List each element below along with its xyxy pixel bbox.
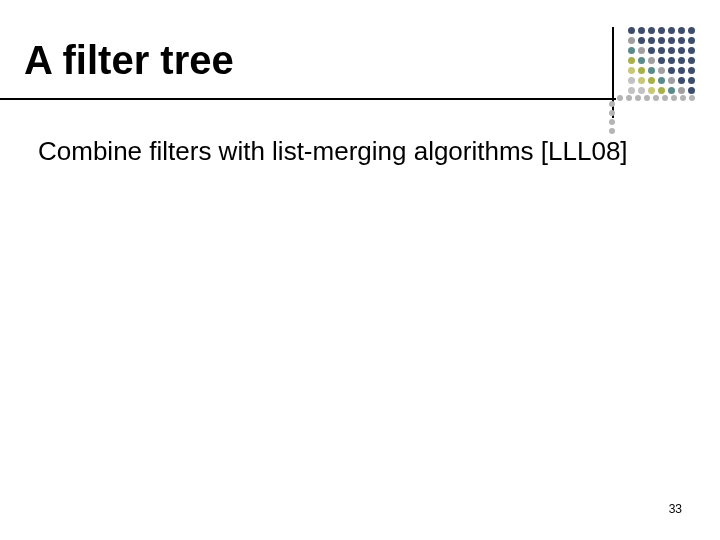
slide: A filter tree [0, 0, 720, 540]
slide-body-text: Combine filters with list-merging algori… [38, 136, 628, 167]
page-number: 33 [669, 502, 682, 516]
corner-dot-grid [628, 27, 695, 97]
title-underline [0, 98, 616, 100]
vertical-fade-dots [609, 101, 615, 134]
horizontal-fade-dots [617, 95, 695, 101]
slide-title: A filter tree [24, 38, 234, 83]
